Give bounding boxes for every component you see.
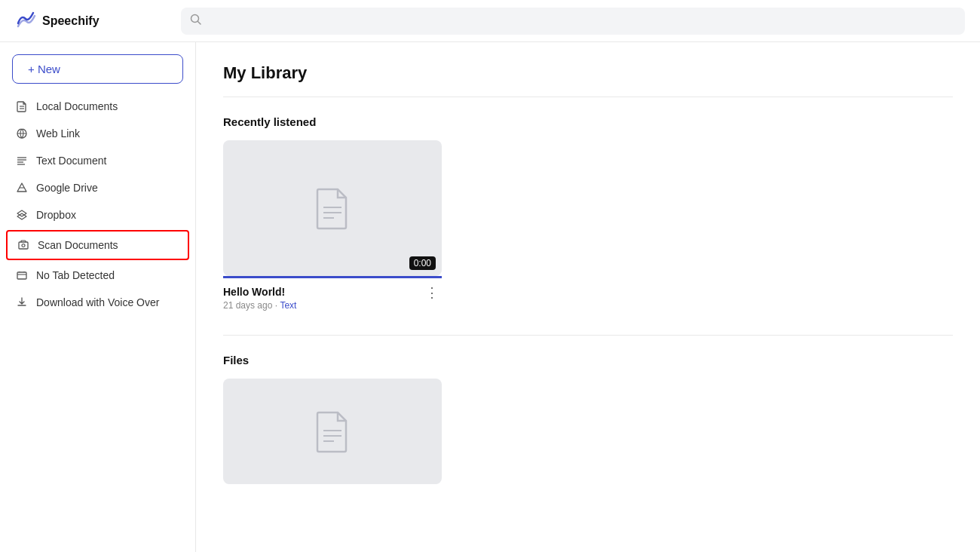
speechify-logo-icon <box>15 8 36 34</box>
file-card-thumbnail <box>223 379 442 484</box>
card-info: Hello World! 21 days ago · Text ⋮ <box>223 286 442 311</box>
files-section: Files <box>223 354 953 484</box>
new-button[interactable]: + New <box>12 54 183 84</box>
card-thumbnail: 0:00 <box>223 140 442 276</box>
logo-text: Speechify <box>42 14 100 28</box>
web-link-icon <box>15 127 29 140</box>
doc-placeholder-icon <box>314 186 351 230</box>
sidebar-item-web-link[interactable]: Web Link <box>0 120 195 147</box>
sidebar-item-scan-documents[interactable]: Scan Documents <box>6 230 189 260</box>
sidebar-item-no-tab-detected[interactable]: No Tab Detected <box>0 262 195 289</box>
card-file-1[interactable] <box>223 379 442 484</box>
scan-documents-label: Scan Documents <box>38 239 118 251</box>
google-drive-icon <box>15 181 29 195</box>
main-content: My Library Recently listened <box>196 42 980 552</box>
recently-listened-section: Recently listened 0:00 <box>223 115 953 311</box>
card-text: Hello World! 21 days ago · Text <box>223 286 296 311</box>
sidebar-item-google-drive[interactable]: Google Drive <box>0 174 195 201</box>
divider-top <box>223 97 953 97</box>
svg-line-1 <box>198 22 201 25</box>
local-documents-icon <box>15 100 29 113</box>
search-icon <box>190 14 202 28</box>
svg-point-13 <box>22 244 25 247</box>
files-grid <box>223 379 953 484</box>
download-voice-over-icon <box>15 296 29 309</box>
card-hello-world[interactable]: 0:00 Hello World! 21 days ago · Text <box>223 140 442 311</box>
page-title: My Library <box>223 63 953 83</box>
layout: + New Local Documents Web Link <box>0 42 980 552</box>
dropbox-icon <box>15 208 29 222</box>
google-drive-label: Google Drive <box>36 182 98 194</box>
sidebar: + New Local Documents Web Link <box>0 42 196 552</box>
dropbox-label: Dropbox <box>36 209 76 221</box>
svg-rect-14 <box>17 272 26 279</box>
search-input[interactable] <box>208 15 956 27</box>
logo-area: Speechify <box>15 8 166 34</box>
local-documents-label: Local Documents <box>36 100 118 112</box>
card-tag: Text <box>280 300 296 311</box>
card-title: Hello World! <box>223 286 296 298</box>
web-link-label: Web Link <box>36 127 80 140</box>
no-tab-detected-label: No Tab Detected <box>36 269 115 281</box>
sidebar-item-text-document[interactable]: Text Document <box>0 147 195 174</box>
file-doc-placeholder-icon <box>314 409 351 453</box>
sidebar-item-local-documents[interactable]: Local Documents <box>0 93 195 120</box>
text-document-label: Text Document <box>36 155 106 167</box>
search-bar[interactable] <box>181 8 965 35</box>
time-badge: 0:00 <box>409 256 436 270</box>
files-title: Files <box>223 354 953 366</box>
svg-rect-12 <box>19 242 28 249</box>
scan-documents-icon <box>17 238 30 252</box>
download-voice-over-label: Download with Voice Over <box>36 296 159 308</box>
sidebar-item-download-voice-over[interactable]: Download with Voice Over <box>0 289 195 316</box>
divider-files <box>223 335 953 336</box>
card-date: 21 days ago <box>223 300 272 311</box>
text-document-icon <box>15 154 29 167</box>
card-more-button[interactable]: ⋮ <box>422 286 442 299</box>
no-tab-icon <box>15 268 29 282</box>
progress-bar <box>223 276 442 278</box>
recently-listened-grid: 0:00 Hello World! 21 days ago · Text <box>223 140 953 311</box>
card-meta: 21 days ago · Text <box>223 300 296 311</box>
sidebar-item-dropbox[interactable]: Dropbox <box>0 201 195 228</box>
header: Speechify <box>0 0 980 42</box>
recently-listened-title: Recently listened <box>223 115 953 128</box>
